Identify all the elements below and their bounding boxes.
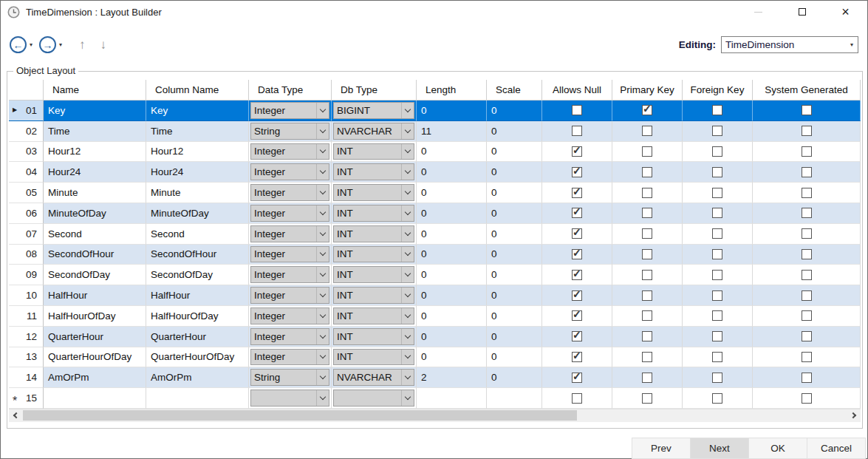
db-type-dropdown[interactable]: INT [333,163,414,180]
name-cell[interactable]: SecondOfDay [44,265,146,285]
scrollbar-thumb[interactable] [23,410,577,421]
row-header-04[interactable]: 04 [9,162,44,183]
column-name-cell[interactable]: Hour12 [146,142,249,163]
chevron-down-icon[interactable] [316,205,329,221]
db-type-dropdown[interactable]: INT [333,266,414,283]
length-cell[interactable]: 11 [417,121,487,142]
column-name-cell[interactable]: Time [146,121,249,142]
grid-row-07[interactable]: 07SecondSecondIntegerINT00 [9,224,861,245]
chevron-down-icon[interactable] [316,164,329,180]
db-type-dropdown[interactable]: INT [333,349,414,366]
column-name-cell[interactable]: MinuteOfDay [146,203,249,224]
allows-null-checkbox[interactable] [572,310,582,321]
grid-row-08[interactable]: 08SecondOfHourSecondOfHourIntegerINT00 [9,245,861,265]
row-header-08[interactable]: 08 [9,245,44,265]
system-generated-checkbox[interactable] [802,270,812,280]
foreign-key-checkbox[interactable] [712,249,722,259]
system-generated-checkbox[interactable] [802,167,812,177]
back-dropdown-caret[interactable]: ▾ [30,41,33,48]
foreign-key-checkbox[interactable] [712,105,722,115]
chevron-down-icon[interactable] [316,308,329,324]
foreign-key-checkbox[interactable] [712,270,722,280]
column-header-name[interactable]: Name [44,80,146,101]
scale-cell[interactable] [487,388,542,409]
system-generated-checkbox[interactable] [802,331,812,341]
length-cell[interactable]: 0 [417,183,487,203]
length-cell[interactable]: 0 [417,203,487,224]
chevron-down-icon[interactable] [316,144,329,160]
name-cell[interactable]: QuarterHour [44,327,146,347]
chevron-down-icon[interactable] [316,350,329,365]
allows-null-checkbox[interactable] [572,146,582,157]
scale-cell[interactable]: 0 [487,101,542,121]
scale-cell[interactable]: 0 [487,162,542,183]
length-cell[interactable]: 0 [417,101,487,121]
length-cell[interactable]: 0 [417,306,487,327]
length-cell[interactable]: 2 [417,367,487,388]
data-type-dropdown[interactable]: String [250,123,329,140]
column-name-cell[interactable]: SecondOfDay [146,265,249,285]
data-type-dropdown[interactable]: Integer [250,287,329,304]
system-generated-checkbox[interactable] [802,228,812,239]
name-cell[interactable]: HalfHourOfDay [44,306,146,327]
grid-row-13[interactable]: 13QuarterHourOfDayQuarterHourOfDayIntege… [9,347,861,368]
foreign-key-checkbox[interactable] [712,188,722,198]
foreign-key-checkbox[interactable] [712,393,722,404]
data-type-dropdown[interactable]: Integer [250,246,329,263]
column-header-primary-key[interactable]: Primary Key [612,80,683,101]
scrollbar-track[interactable] [21,409,848,422]
row-header-12[interactable]: 12 [9,327,44,347]
name-cell[interactable]: SecondOfHour [44,245,146,265]
scale-cell[interactable]: 0 [487,367,542,388]
chevron-down-icon[interactable] [316,123,329,139]
chevron-down-icon[interactable] [401,267,414,282]
length-cell[interactable]: 0 [417,347,487,368]
column-header-length[interactable]: Length [417,80,487,101]
foreign-key-checkbox[interactable] [712,373,722,383]
chevron-down-icon[interactable] [316,226,329,242]
data-type-dropdown[interactable]: Integer [250,349,329,366]
primary-key-checkbox[interactable] [642,105,652,115]
column-name-cell[interactable]: QuarterHour [146,327,249,347]
chevron-down-icon[interactable] [401,205,414,221]
primary-key-checkbox[interactable] [642,331,652,341]
allows-null-checkbox[interactable] [572,352,582,362]
length-cell[interactable]: 0 [417,327,487,347]
column-name-cell[interactable]: Key [146,101,249,121]
foreign-key-checkbox[interactable] [712,310,722,321]
scale-cell[interactable]: 0 [487,306,542,327]
chevron-down-icon[interactable] [401,123,414,139]
chevron-down-icon[interactable] [401,247,414,262]
system-generated-checkbox[interactable] [802,373,812,383]
back-button[interactable]: ← [10,36,27,53]
chevron-down-icon[interactable] [316,267,329,282]
column-header-column-name[interactable]: Column Name [146,80,249,101]
foreign-key-checkbox[interactable] [712,331,722,341]
grid-row-05[interactable]: 05MinuteMinuteIntegerINT00 [9,183,861,203]
name-cell[interactable]: QuarterHourOfDay [44,347,146,368]
grid-row-03[interactable]: 03Hour12Hour12IntegerINT00 [9,142,861,163]
db-type-dropdown[interactable]: BIGINT [333,102,414,119]
chevron-down-icon[interactable] [316,390,329,406]
column-name-cell[interactable]: Second [146,224,249,245]
db-type-dropdown[interactable]: INT [333,205,414,222]
scale-cell[interactable]: 0 [487,142,542,163]
chevron-down-icon[interactable] [401,370,414,385]
data-type-dropdown[interactable]: Integer [250,328,329,345]
chevron-down-icon[interactable] [401,308,414,324]
db-type-dropdown[interactable]: NVARCHAR [333,123,414,140]
data-type-dropdown[interactable]: Integer [250,307,329,324]
scroll-left-icon[interactable] [9,409,21,422]
column-name-cell[interactable]: Minute [146,183,249,203]
allows-null-checkbox[interactable] [572,270,582,280]
db-type-dropdown[interactable]: INT [333,287,414,304]
db-type-dropdown[interactable] [333,390,414,407]
name-cell[interactable]: Time [44,121,146,142]
foreign-key-checkbox[interactable] [712,146,722,157]
system-generated-checkbox[interactable] [802,146,812,157]
allows-null-checkbox[interactable] [572,228,582,239]
horizontal-scrollbar[interactable] [9,409,861,422]
length-cell[interactable]: 0 [417,142,487,163]
allows-null-checkbox[interactable] [572,249,582,259]
data-type-dropdown[interactable]: Integer [250,143,329,160]
